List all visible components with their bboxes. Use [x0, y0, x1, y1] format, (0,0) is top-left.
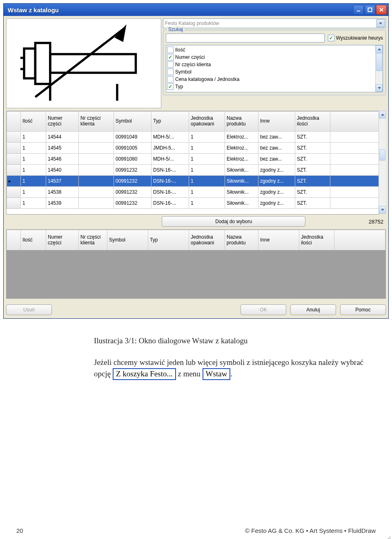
table-row[interactable]: ▸11453700991232DSN-16-...1Siłownik...zgo…	[7, 176, 379, 187]
cell	[79, 154, 114, 165]
scroll-down-icon[interactable]	[376, 84, 383, 92]
table-row[interactable]: 11454600991080MDH-5/...1Elektroz...bez z…	[7, 154, 379, 165]
checklist-item[interactable]: ✓Typ	[167, 83, 375, 90]
selection-grid[interactable]: IlośćNumer częściNr części klientaSymbol…	[6, 229, 386, 299]
maximize-button[interactable]	[365, 5, 375, 15]
column-header[interactable]: Nr części klienta	[79, 230, 107, 251]
scrollbar[interactable]	[375, 45, 383, 92]
row-header[interactable]	[7, 165, 21, 176]
row-header[interactable]	[7, 132, 21, 143]
column-header[interactable]: Nr części klienta	[79, 112, 114, 132]
svg-rect-0	[357, 11, 360, 11]
column-header[interactable]: Typ	[151, 112, 189, 132]
column-header[interactable]: Jednostka ilości	[295, 112, 330, 132]
row-header[interactable]	[7, 187, 21, 198]
cell: Elektroz...	[225, 132, 258, 143]
search-input[interactable]	[166, 34, 325, 42]
close-button[interactable]	[376, 5, 387, 15]
result-count: 28752	[369, 219, 386, 225]
catalog-select[interactable]: Festo Katalog produktów	[163, 18, 386, 28]
grid-scrollbar[interactable]	[379, 111, 386, 214]
cell: DSN-16-...	[151, 187, 189, 198]
table-row[interactable]: 11453900991232DSN-16-...1Siłownik...zgod…	[7, 198, 379, 209]
cell: 00991232	[114, 187, 151, 198]
svg-rect-3	[35, 43, 50, 84]
cell	[79, 187, 114, 198]
column-header[interactable]: Jednostka opakowani	[189, 112, 225, 132]
minimize-button[interactable]	[353, 5, 364, 15]
column-header[interactable]	[7, 112, 21, 132]
checklist-item[interactable]: Symbol	[167, 68, 375, 76]
scroll-up-icon[interactable]	[379, 111, 386, 119]
checklist-item[interactable]: ✓Numer części	[167, 54, 375, 61]
cell: 1	[21, 154, 46, 165]
column-header[interactable]: Numer części	[46, 112, 79, 132]
column-header[interactable]	[7, 230, 21, 251]
cell: Siłownik...	[225, 198, 258, 209]
checklist-label: Ilość	[175, 47, 185, 53]
add-to-selection-button[interactable]: Dodaj do wyboru	[162, 216, 305, 227]
cell: JMDH-5...	[151, 143, 189, 154]
cell: 00991232	[114, 165, 151, 176]
cell: 1	[21, 132, 46, 143]
cell: zgodny z...	[258, 187, 295, 198]
table-row[interactable]: 11454500991005JMDH-5...1Elektroz...bez z…	[7, 143, 379, 154]
resize-grip-icon[interactable]	[385, 536, 391, 539]
scroll-up-icon[interactable]	[376, 45, 383, 53]
search-legend: Szukaj	[167, 27, 185, 32]
row-header[interactable]	[7, 198, 21, 209]
column-header[interactable]: Ilość	[21, 230, 46, 251]
cell: DSN-16-...	[151, 165, 189, 176]
column-header[interactable]: Ilość	[21, 112, 46, 132]
column-header[interactable]: Inne	[258, 112, 295, 132]
table-row[interactable]: 11454000991232DSN-16-...1Siłownik...zgod…	[7, 165, 379, 176]
row-header[interactable]	[7, 143, 21, 154]
cell	[79, 165, 114, 176]
heuristic-checkbox[interactable]: ✓ Wyszukiwanie heurys	[328, 35, 383, 41]
cancel-button[interactable]: Anuluj	[290, 304, 336, 315]
cell: 1	[21, 176, 46, 187]
ok-button[interactable]: OK	[241, 304, 286, 315]
remove-button[interactable]: Usuń	[6, 304, 52, 315]
column-header[interactable]: Inne	[258, 230, 299, 251]
cell: 1	[189, 176, 225, 187]
cell: SZT.	[295, 176, 330, 187]
cell	[79, 198, 114, 209]
page-footer: 20 © Festo AG & Co. KG • Art Systems • F…	[16, 527, 376, 534]
cell: Siłownik...	[225, 165, 258, 176]
checklist-item[interactable]: Ilość	[167, 46, 375, 54]
checklist-item[interactable]: Nr części klienta	[167, 61, 375, 68]
column-header[interactable]: Jednostka opakowani	[189, 230, 225, 251]
table-row[interactable]: 11454400991049MDH-5/...1Elektroz...bez z…	[7, 132, 379, 143]
column-header[interactable]: Symbol	[114, 112, 151, 132]
help-button[interactable]: Pomoc	[340, 304, 386, 315]
column-header[interactable]: Nazwa produktu	[225, 112, 258, 132]
scroll-down-icon[interactable]	[379, 206, 386, 214]
cell: 14538	[46, 187, 79, 198]
cell: zgodny z...	[258, 165, 295, 176]
menu-reference: Z koszyka Festo...	[113, 368, 176, 380]
chevron-down-icon	[376, 19, 385, 27]
cell: 14544	[46, 132, 79, 143]
checklist-label: Nr części klienta	[175, 62, 211, 67]
checkbox-icon	[167, 61, 174, 68]
cell: 00991049	[114, 132, 151, 143]
footer-text: © Festo AG & Co. KG • Art Systems • Flui…	[245, 527, 376, 534]
column-header[interactable]: Typ	[148, 230, 189, 251]
table-row[interactable]: 11453800991232DSN-16-...1Siłownik...zgod…	[7, 187, 379, 198]
checklist-item[interactable]: Cena katalogowa / Jednostka	[167, 76, 375, 83]
results-grid[interactable]: IlośćNumer częściNr części klientaSymbol…	[6, 111, 379, 215]
cell: 14546	[46, 154, 79, 165]
cell: 1	[189, 198, 225, 209]
column-checklist[interactable]: Ilość✓Numer częściNr części klientaSymbo…	[166, 45, 383, 92]
column-header[interactable]: Symbol	[107, 230, 148, 251]
column-header[interactable]: Nazwa produktu	[225, 230, 258, 251]
row-header[interactable]	[7, 154, 21, 165]
cell: SZT.	[295, 154, 330, 165]
cell: zgodny z...	[258, 176, 295, 187]
column-header[interactable]: Numer części	[46, 230, 79, 251]
column-header[interactable]: Jednostka ilości	[299, 230, 334, 251]
svg-rect-4	[50, 54, 136, 73]
row-header[interactable]: ▸	[7, 176, 21, 187]
window-title: Wstaw z katalogu	[8, 7, 353, 13]
